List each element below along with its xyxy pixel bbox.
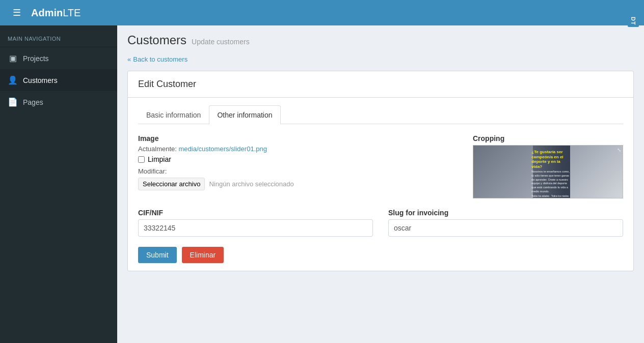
projects-icon: ▣ bbox=[8, 53, 18, 63]
image-left-area bbox=[473, 146, 533, 198]
brand-light: LTE bbox=[63, 7, 81, 18]
cif-nif-column: CIF/NIF bbox=[138, 209, 373, 237]
cropping-column: Cropping bbox=[473, 134, 623, 198]
brand-logo: AdminLTE bbox=[31, 7, 81, 19]
edit-customer-card: Edit Customer Basic information Other in… bbox=[127, 71, 634, 271]
sidebar-nav-heading: Main Navigation bbox=[0, 31, 117, 47]
main-content: Customers Update customers Back to custo… bbox=[117, 25, 644, 343]
image-path-link[interactable]: media/customers/slider01.png bbox=[179, 145, 267, 153]
pages-icon: 📄 bbox=[8, 97, 18, 107]
card-title: Edit Customer bbox=[138, 79, 196, 89]
image-body: Nosotros te enseñamos como, tú sólo tien… bbox=[531, 170, 572, 193]
cif-nif-input[interactable] bbox=[138, 219, 373, 237]
cropping-label: Cropping bbox=[473, 134, 623, 142]
card-body: Basic information Other information Imag… bbox=[128, 98, 633, 271]
form-actions: Submit Eliminar bbox=[138, 247, 623, 263]
currently-row: Actualmente: media/customers/slider01.pn… bbox=[138, 145, 458, 153]
tab-basic-information[interactable]: Basic information bbox=[138, 105, 209, 124]
back-to-customers-link[interactable]: Back to customers bbox=[127, 55, 187, 63]
image-label: Image bbox=[138, 134, 458, 142]
image-cropping-row: Image Actualmente: media/customers/slide… bbox=[138, 134, 623, 198]
slug-column: Slug for invoicing bbox=[388, 209, 623, 237]
content-wrapper: Customers Update customers Back to custo… bbox=[117, 25, 644, 343]
slug-input[interactable] bbox=[388, 219, 623, 237]
top-navbar: ☰ AdminLTE bbox=[0, 0, 644, 25]
image-sub: Todos los edades · Todos los niveles · S… bbox=[531, 195, 572, 199]
clear-label: Limpiar bbox=[148, 155, 171, 163]
image-column: Image Actualmente: media/customers/slide… bbox=[138, 134, 458, 198]
slug-label: Slug for invoicing bbox=[388, 209, 623, 217]
tabs-container: Basic information Other information bbox=[138, 105, 623, 124]
image-headline: ¿Te gustaría ser campeón/a en el deporte… bbox=[531, 150, 572, 169]
sidebar-item-customers[interactable]: 👤 Customers bbox=[0, 69, 117, 91]
page-header: Customers Update customers bbox=[127, 33, 634, 47]
dt-badge: DT bbox=[628, 15, 639, 27]
eliminar-button[interactable]: Eliminar bbox=[182, 247, 224, 263]
card-header: Edit Customer bbox=[128, 71, 633, 98]
sidebar-label-projects: Projects bbox=[23, 54, 49, 63]
page-title: Customers bbox=[127, 33, 186, 47]
crop-resize-handle[interactable]: ⤡ bbox=[617, 147, 621, 153]
sidebar-item-pages[interactable]: 📄 Pages bbox=[0, 91, 117, 113]
image-right-area bbox=[570, 146, 623, 198]
cropping-image-preview: ¿Te gustaría ser campeón/a en el deporte… bbox=[473, 145, 623, 198]
sidebar-toggle-button[interactable]: ☰ bbox=[8, 5, 26, 21]
modificar-label: Modificar: bbox=[138, 167, 458, 175]
sidebar-link-pages[interactable]: 📄 Pages bbox=[0, 91, 117, 113]
cif-slug-row: CIF/NIF Slug for invoicing bbox=[138, 209, 623, 237]
tab-other-information[interactable]: Other information bbox=[209, 105, 280, 124]
sidebar-label-customers: Customers bbox=[23, 76, 58, 84]
cif-nif-label: CIF/NIF bbox=[138, 209, 373, 217]
clear-checkbox[interactable] bbox=[138, 156, 145, 163]
sidebar-label-pages: Pages bbox=[23, 98, 43, 106]
clear-checkbox-row: Limpiar bbox=[138, 155, 458, 163]
brand-bold: Admin bbox=[31, 7, 63, 18]
page-subtitle: Update customers bbox=[192, 38, 250, 46]
file-select-button[interactable]: Seleccionar archivo bbox=[138, 178, 205, 190]
sidebar: Main Navigation ▣ Projects 👤 Customers 📄… bbox=[0, 25, 117, 343]
other-information-tab-content: Image Actualmente: media/customers/slide… bbox=[138, 134, 623, 263]
image-background: ¿Te gustaría ser campeón/a en el deporte… bbox=[473, 146, 623, 198]
file-input-row: Seleccionar archivo Ningún archivo selec… bbox=[138, 178, 458, 190]
customers-icon: 👤 bbox=[8, 75, 18, 85]
sidebar-link-projects[interactable]: ▣ Projects bbox=[0, 47, 117, 69]
sidebar-link-customers[interactable]: 👤 Customers bbox=[0, 69, 117, 91]
main-wrapper: Main Navigation ▣ Projects 👤 Customers 📄… bbox=[0, 25, 644, 343]
sidebar-item-projects[interactable]: ▣ Projects bbox=[0, 47, 117, 69]
image-text-overlay: ¿Te gustaría ser campeón/a en el deporte… bbox=[530, 148, 573, 195]
currently-label: Actualmente: bbox=[138, 145, 177, 153]
sidebar-menu: ▣ Projects 👤 Customers 📄 Pages bbox=[0, 47, 117, 113]
submit-button[interactable]: Submit bbox=[138, 247, 177, 263]
no-file-label: Ningún archivo seleccionado bbox=[209, 180, 293, 188]
